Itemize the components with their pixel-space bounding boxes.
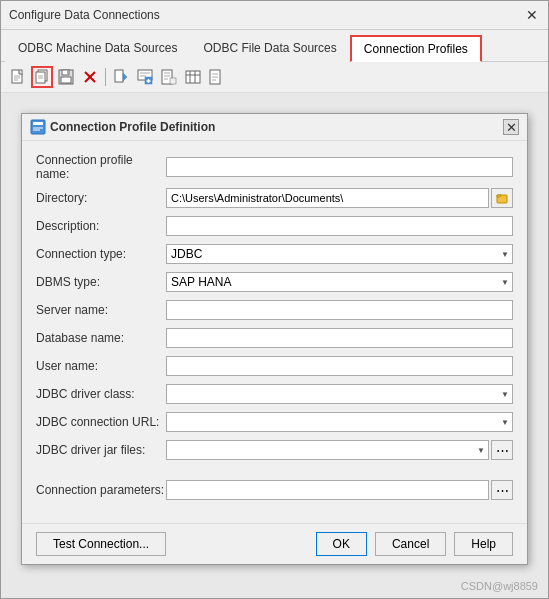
toolbar-save-btn[interactable] [55, 66, 77, 88]
dbms-type-wrapper: SAP HANA MySQL Oracle SQL Server [166, 272, 513, 292]
right-buttons: OK Cancel Help [316, 532, 513, 556]
tab-odbc-file[interactable]: ODBC File Data Sources [190, 35, 349, 62]
database-name-label: Database name: [36, 331, 166, 345]
server-name-row: Server name: [36, 299, 513, 321]
server-name-label: Server name: [36, 303, 166, 317]
window-close-button[interactable]: ✕ [524, 7, 540, 23]
jdbc-driver-class-wrapper [166, 384, 513, 404]
toolbar [1, 62, 548, 93]
toolbar-export3-btn[interactable] [182, 66, 204, 88]
profile-name-label: Connection profile name: [36, 153, 166, 181]
inner-dialog: Connection Profile Definition ✕ Connecti… [21, 113, 528, 565]
directory-label: Directory: [36, 191, 166, 205]
window-title: Configure Data Connections [9, 8, 160, 22]
dialog-icon [30, 119, 46, 135]
toolbar-export4-btn[interactable] [206, 66, 228, 88]
profile-name-row: Connection profile name: [36, 153, 513, 181]
svg-rect-36 [33, 122, 43, 125]
toolbar-separator [105, 68, 106, 86]
dbms-type-label: DBMS type: [36, 275, 166, 289]
jdbc-driver-class-label: JDBC driver class: [36, 387, 166, 401]
new-file-icon [10, 69, 26, 85]
watermark: CSDN@wj8859 [461, 580, 538, 592]
help-button[interactable]: Help [454, 532, 513, 556]
jdbc-driver-jar-label: JDBC driver jar files: [36, 443, 166, 457]
directory-row: Directory: [36, 187, 513, 209]
description-input[interactable] [166, 216, 513, 236]
form-spacer [36, 467, 513, 479]
svg-rect-14 [115, 70, 123, 82]
directory-field-group [166, 188, 513, 208]
toolbar-delete-btn[interactable] [79, 66, 101, 88]
inner-title-bar: Connection Profile Definition ✕ [22, 114, 527, 141]
save-icon [58, 69, 74, 85]
export3-icon [185, 69, 201, 85]
database-name-row: Database name: [36, 327, 513, 349]
jdbc-driver-jar-browse-button[interactable]: ⋯ [491, 440, 513, 460]
user-name-label: User name: [36, 359, 166, 373]
svg-rect-10 [61, 77, 71, 83]
svg-marker-40 [497, 195, 501, 197]
toolbar-export2-btn[interactable] [158, 66, 180, 88]
tab-connection-profiles[interactable]: Connection Profiles [350, 35, 482, 62]
title-bar: Configure Data Connections ✕ [1, 1, 548, 30]
jdbc-connection-url-wrapper [166, 412, 513, 432]
dbms-type-row: DBMS type: SAP HANA MySQL Oracle SQL Ser… [36, 271, 513, 293]
jdbc-connection-url-select[interactable] [166, 412, 513, 432]
folder-icon [496, 192, 508, 204]
profile-name-input[interactable] [166, 157, 513, 177]
content-area: Connection Profile Definition ✕ Connecti… [1, 93, 548, 598]
form-area: Connection profile name: Directory: [22, 141, 527, 519]
connection-type-label: Connection type: [36, 247, 166, 261]
delete-icon [83, 70, 97, 84]
export1-icon [137, 69, 153, 85]
export4-icon [209, 69, 225, 85]
copy-icon [34, 69, 50, 85]
jdbc-connection-url-row: JDBC connection URL: [36, 411, 513, 433]
bottom-buttons: Test Connection... OK Cancel Help [22, 523, 527, 564]
connection-params-group: ⋯ [166, 480, 513, 500]
toolbar-new-btn[interactable] [7, 66, 29, 88]
connection-params-input[interactable] [166, 480, 489, 500]
cancel-button[interactable]: Cancel [375, 532, 446, 556]
connection-type-select[interactable]: JDBC ODBC [166, 244, 513, 264]
database-name-input[interactable] [166, 328, 513, 348]
svg-rect-26 [170, 78, 176, 84]
connection-params-row: Connection parameters: ⋯ [36, 479, 513, 501]
export2-icon [161, 69, 177, 85]
description-row: Description: [36, 215, 513, 237]
svg-marker-15 [123, 73, 127, 81]
inner-dialog-title: Connection Profile Definition [50, 120, 215, 134]
toolbar-import-btn[interactable] [110, 66, 132, 88]
test-connection-button[interactable]: Test Connection... [36, 532, 166, 556]
jdbc-driver-jar-group: ⋯ [166, 440, 513, 460]
inner-title-left: Connection Profile Definition [30, 119, 215, 135]
connection-type-wrapper: JDBC ODBC [166, 244, 513, 264]
svg-rect-27 [186, 71, 200, 83]
tab-bar: ODBC Machine Data Sources ODBC File Data… [1, 30, 548, 62]
jdbc-driver-jar-row: JDBC driver jar files: ⋯ [36, 439, 513, 461]
tab-odbc-machine[interactable]: ODBC Machine Data Sources [5, 35, 190, 62]
connection-params-label: Connection parameters: [36, 483, 166, 497]
dbms-type-select[interactable]: SAP HANA MySQL Oracle SQL Server [166, 272, 513, 292]
description-label: Description: [36, 219, 166, 233]
import-icon [113, 69, 129, 85]
jdbc-driver-class-select[interactable] [166, 384, 513, 404]
jdbc-connection-url-label: JDBC connection URL: [36, 415, 166, 429]
inner-close-button[interactable]: ✕ [503, 119, 519, 135]
toolbar-copy-btn[interactable] [31, 66, 53, 88]
toolbar-export1-btn[interactable] [134, 66, 156, 88]
jdbc-driver-jar-select[interactable] [166, 440, 489, 460]
directory-browse-button[interactable] [491, 188, 513, 208]
connection-type-row: Connection type: JDBC ODBC [36, 243, 513, 265]
jdbc-driver-class-row: JDBC driver class: [36, 383, 513, 405]
outer-window: Configure Data Connections ✕ ODBC Machin… [0, 0, 549, 599]
server-name-input[interactable] [166, 300, 513, 320]
svg-rect-11 [67, 71, 69, 74]
jdbc-driver-jar-select-wrapper [166, 440, 489, 460]
user-name-row: User name: [36, 355, 513, 377]
ok-button[interactable]: OK [316, 532, 367, 556]
connection-params-browse-button[interactable]: ⋯ [491, 480, 513, 500]
user-name-input[interactable] [166, 356, 513, 376]
directory-input[interactable] [166, 188, 489, 208]
